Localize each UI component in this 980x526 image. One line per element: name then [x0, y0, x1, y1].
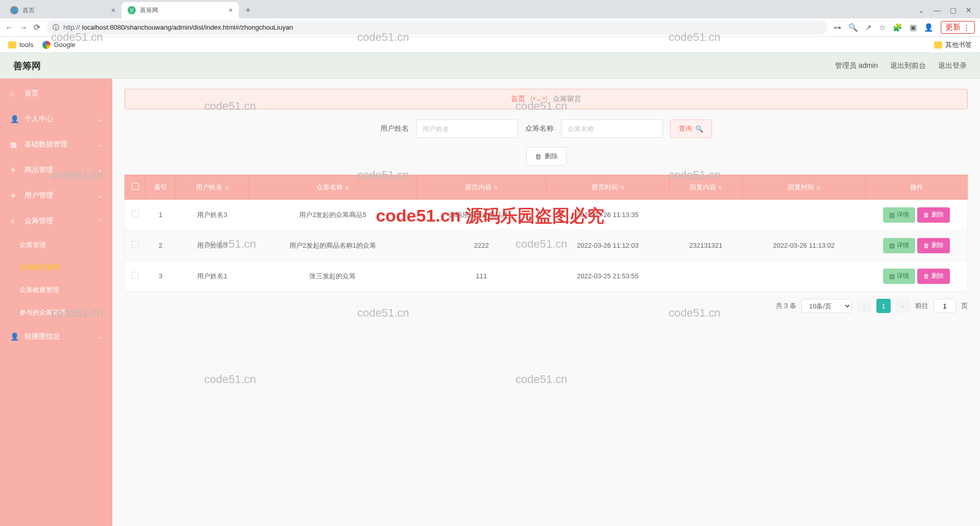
data-table: 索引 用户姓名⇅ 众筹名称⇅ 留言内容⇅ 留言时间⇅ 回复内容⇅ 回复时间⇅ 操… — [125, 175, 968, 292]
minimize-icon[interactable]: — — [934, 6, 941, 14]
chevron-down-icon: ⌄ — [97, 115, 102, 123]
app-title: 善筹网 — [13, 60, 41, 72]
col-reply: 回复内容⇅ — [669, 175, 742, 200]
page-number[interactable]: 1 — [876, 299, 891, 313]
cell-reply-time — [742, 200, 865, 230]
detail-button[interactable]: ▤ 详情 — [883, 207, 915, 223]
main-content: 首页 (•'ᴗ'•) 众筹留言 用户姓名 众筹名称 查询 🔍 🗑 删除 索引 — [112, 79, 980, 526]
key-icon[interactable]: ⊶ — [834, 23, 841, 32]
back-icon[interactable]: ← — [5, 23, 13, 32]
cell-content: 111 — [416, 261, 546, 292]
sidebar-sub-crowd-join[interactable]: 参与的众筹管理 — [0, 301, 112, 324]
grid-icon: ▦ — [10, 140, 19, 149]
delete-button[interactable]: 🗑 删除 — [917, 269, 950, 284]
row-checkbox[interactable] — [132, 210, 139, 218]
sidebar-sub-crowd-favorite[interactable]: 众筹收藏管理 — [0, 279, 112, 301]
sort-icon[interactable]: ⇅ — [620, 185, 624, 190]
doc-icon: ▤ — [889, 273, 895, 280]
sidebar-sub-crowd-manage[interactable]: 众筹管理 — [0, 234, 112, 256]
user-name-label: 用户姓名 — [380, 124, 409, 133]
breadcrumb-current: 众筹留言 — [553, 94, 581, 103]
admin-label[interactable]: 管理员 admin — [835, 61, 878, 70]
address-bar: ← → ⟳ ⓘ http:// localhost:8080/shanchouw… — [0, 18, 980, 37]
update-button[interactable]: 更新 ⋮ — [941, 21, 975, 34]
maximize-icon[interactable]: ▢ — [950, 6, 957, 14]
row-checkbox[interactable] — [132, 272, 139, 279]
vue-icon: V — [128, 6, 136, 14]
cell-reply — [669, 261, 742, 292]
cell-reply — [669, 200, 742, 230]
browser-tab-1[interactable]: V 善筹网 × — [121, 2, 239, 18]
breadcrumb-home[interactable]: 首页 — [511, 94, 525, 103]
url-input[interactable]: ⓘ http:// localhost:8080/shanchouwang/ad… — [46, 20, 827, 35]
batch-delete-button[interactable]: 🗑 删除 — [526, 147, 567, 165]
doc-icon: ▤ — [889, 211, 895, 219]
sidebar-item-user[interactable]: ✈用户管理⌄ — [0, 183, 112, 208]
col-crowd: 众筹名称⇅ — [249, 175, 416, 200]
chevron-down-icon: ⌄ — [97, 166, 102, 174]
share-icon[interactable]: ↗ — [865, 23, 872, 32]
next-page-button[interactable]: › — [896, 299, 910, 313]
send-icon: ✈ — [10, 192, 19, 200]
delete-button[interactable]: 🗑 删除 — [917, 207, 950, 223]
goto-page-input[interactable] — [934, 299, 956, 313]
panel-icon[interactable]: ▣ — [910, 23, 917, 32]
trash-icon: 🗑 — [535, 153, 542, 160]
reload-icon[interactable]: ⟳ — [34, 22, 40, 32]
globe-icon: 🌐 — [10, 6, 18, 14]
detail-button[interactable]: ▤ 详情 — [883, 238, 915, 253]
home-icon: ⌂ — [10, 89, 19, 98]
bookmark-tools[interactable]: tools — [8, 41, 33, 49]
sort-icon[interactable]: ⇅ — [225, 185, 229, 190]
user-name-input[interactable] — [416, 119, 518, 138]
tab-title: 善筹网 — [140, 6, 158, 15]
sidebar-sub-crowd-comment[interactable]: 众筹留言管理 — [0, 256, 112, 279]
sidebar-item-personal[interactable]: 👤个人中心⌄ — [0, 106, 112, 132]
url-text: localhost:8080/shanchouwang/admin/dist/i… — [82, 23, 293, 31]
new-tab-button[interactable]: + — [241, 3, 255, 17]
cell-index: 2 — [145, 230, 176, 261]
detail-button[interactable]: ▤ 详情 — [883, 269, 915, 284]
sort-icon[interactable]: ⇅ — [718, 185, 722, 190]
page-size-select[interactable]: 10条/页 — [801, 299, 852, 313]
sidebar-item-carousel[interactable]: 👤轮播图信息⌄ — [0, 324, 112, 349]
sort-icon[interactable]: ⇅ — [345, 185, 349, 190]
sort-icon[interactable]: ⇅ — [816, 185, 820, 190]
bookmark-other[interactable]: 其他书签 — [934, 40, 972, 50]
sidebar-item-basic[interactable]: ▦基础数据管理⌄ — [0, 132, 112, 157]
breadcrumb-sep: (•'ᴗ'•) — [530, 94, 547, 103]
close-window-icon[interactable]: ✕ — [966, 6, 972, 14]
col-index: 索引 — [145, 175, 176, 200]
chevron-down-icon[interactable]: ⌄ — [918, 6, 924, 14]
sidebar-item-crowd[interactable]: ≡众筹管理⌃ — [0, 208, 112, 234]
to-front-button[interactable]: 退出到前台 — [890, 61, 926, 70]
star-icon[interactable]: ☆ — [879, 23, 886, 32]
col-time: 留言时间⇅ — [546, 175, 669, 200]
extension-icon[interactable]: 🧩 — [893, 23, 902, 32]
forward-icon[interactable]: → — [19, 23, 28, 32]
cell-time: 2022-03-25 21:53:55 — [546, 261, 669, 292]
search-row: 用户姓名 众筹名称 查询 🔍 — [125, 119, 968, 138]
prev-page-button[interactable]: ‹ — [857, 299, 871, 313]
close-icon[interactable]: × — [229, 6, 233, 14]
info-icon[interactable]: ⓘ — [53, 23, 59, 32]
bookmark-google[interactable]: Google — [42, 41, 75, 49]
profile-icon[interactable]: 👤 — [924, 23, 934, 32]
list-icon: ≡ — [10, 217, 19, 225]
cell-content: 2222 — [416, 230, 546, 261]
delete-button[interactable]: 🗑 删除 — [917, 238, 950, 253]
sidebar-item-home[interactable]: ⌂首页 — [0, 81, 112, 106]
sort-icon[interactable]: ⇅ — [494, 185, 498, 190]
row-checkbox[interactable] — [132, 241, 139, 248]
logout-button[interactable]: 退出登录 — [938, 61, 967, 70]
close-icon[interactable]: × — [111, 6, 115, 14]
cell-reply: 232131321 — [669, 230, 742, 261]
select-all-checkbox[interactable] — [132, 183, 139, 190]
browser-tab-0[interactable]: 🌐 首页 × — [4, 2, 121, 18]
search-icon[interactable]: 🔍 — [848, 23, 858, 32]
sidebar-item-product[interactable]: ✈商品管理⌄ — [0, 157, 112, 183]
query-button[interactable]: 查询 🔍 — [670, 119, 712, 138]
table-row: 1 用户姓名3 用户2发起的众筹商品5 源码乐园专注精品质... 2022-03… — [125, 200, 968, 230]
send-icon: ✈ — [10, 166, 19, 174]
crowd-name-input[interactable] — [561, 119, 663, 138]
